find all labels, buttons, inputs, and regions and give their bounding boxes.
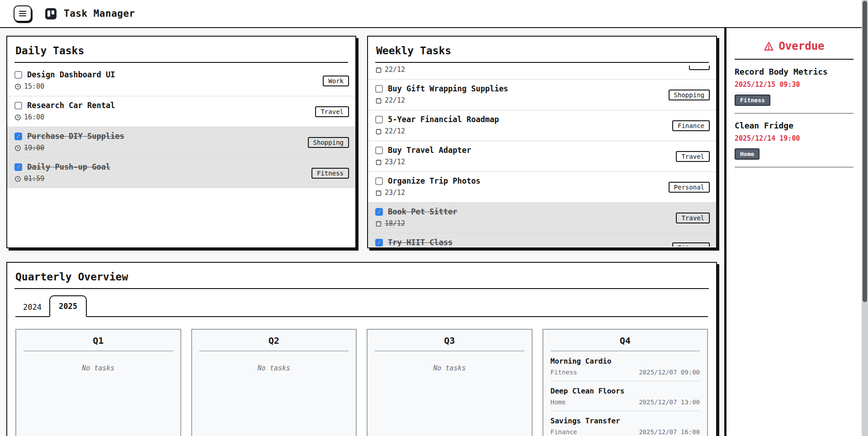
task-checkbox[interactable] [375, 208, 383, 216]
quarter-box-q2: Q2 No tasks [191, 329, 357, 436]
task-title: Try HIIT Class [388, 238, 453, 246]
category-badge: Home [735, 148, 760, 160]
tab-2024[interactable]: 2024 [15, 298, 49, 316]
clock-icon [14, 83, 21, 90]
daily-tasks-panel: Daily Tasks Design Dashboard UI 15:00 Wo… [6, 36, 356, 248]
task-date: 23/12 [385, 189, 405, 197]
calendar-icon [375, 97, 382, 104]
quarterly-overview-panel: Quarterly Overview 2024 2025 Q1 No tasks… [6, 262, 717, 436]
clock-icon [14, 145, 21, 152]
calendar-icon [375, 190, 382, 196]
quarter-label: Q3 [374, 330, 525, 351]
task-date: 22/12 [385, 96, 405, 104]
task-title: Research Car Rental [27, 101, 115, 110]
quarter-task: Deep Clean Floors Home 2025/12/07 13:00 [550, 381, 701, 411]
overdue-item: Record Body Metrics 2025/12/15 09:30 Fit… [735, 60, 854, 114]
task-checkbox[interactable] [375, 116, 383, 123]
task-date: 18/12 [385, 219, 405, 227]
category-badge: Finance [672, 120, 710, 131]
task-row: Research Car Rental 16:00 Travel [7, 96, 355, 127]
task-category: Home [551, 398, 566, 406]
clock-icon [14, 175, 21, 182]
divider [14, 288, 709, 289]
tab-2025[interactable]: 2025 [49, 295, 87, 317]
quarter-task: Savings Transfer Finance 2025/12/07 16:0… [550, 411, 701, 436]
task-time: 19:00 [24, 144, 44, 152]
menu-button[interactable] [14, 5, 32, 22]
task-title: Purchase DIY Supplies [27, 132, 124, 141]
weekly-tasks-panel: Weekly Tasks 22/12 [367, 36, 717, 248]
task-checkbox[interactable] [375, 177, 383, 185]
clock-icon [14, 114, 21, 121]
category-badge: Fitness [672, 242, 710, 246]
task-date: 22/12 [385, 127, 405, 135]
main-content: Daily Tasks Design Dashboard UI 15:00 Wo… [0, 28, 724, 436]
warning-triangle-icon [764, 41, 774, 52]
task-datetime: 2025/12/07 13:00 [639, 398, 700, 406]
task-row: 22/12 [368, 66, 716, 79]
task-row: Try HIIT Class Fitness [368, 233, 716, 246]
app-header: Task Manager [0, 0, 868, 28]
task-date: 23/12 [385, 158, 405, 166]
task-row: 5-Year Financial Roadmap 22/12 Finance [368, 110, 716, 141]
category-badge [689, 66, 710, 70]
task-title: Design Dashboard UI [27, 70, 115, 79]
page-scrollbar-track[interactable] [862, 0, 868, 436]
task-due-datetime: 2025/12/15 09:30 [735, 81, 854, 89]
task-title: Clean Fridge [735, 121, 854, 130]
weekly-task-list[interactable]: 22/12 Buy Gift Wrapping Supplies 22/12 [368, 66, 716, 246]
task-row: Design Dashboard UI 15:00 Work [7, 66, 355, 96]
quarter-label: Q2 [198, 330, 350, 351]
empty-state-text: No tasks [23, 364, 174, 372]
panel-title: Quarterly Overview [7, 263, 716, 288]
category-badge: Shopping [669, 90, 710, 100]
task-checkbox[interactable] [14, 102, 22, 109]
task-time: 16:00 [24, 113, 44, 121]
task-title: Organize Trip Photos [388, 176, 481, 185]
calendar-icon [375, 66, 382, 73]
task-datetime: 2025/12/07 09:00 [639, 369, 700, 376]
task-row: Purchase DIY Supplies 19:00 Shopping [7, 127, 355, 157]
task-title: 5-Year Financial Roadmap [388, 115, 499, 124]
task-title: Buy Gift Wrapping Supplies [388, 84, 508, 93]
task-datetime: 2025/12/07 16:00 [639, 428, 700, 436]
board-icon [45, 8, 57, 19]
task-category: Finance [551, 428, 577, 436]
task-date: 22/12 [385, 66, 405, 74]
daily-task-list: Design Dashboard UI 15:00 Work Research … [7, 66, 355, 188]
category-badge: Travel [315, 106, 349, 117]
category-badge: Travel [676, 151, 710, 162]
divider [375, 351, 524, 351]
task-time: 15:00 [24, 82, 44, 90]
divider [375, 62, 709, 63]
task-row: Book Pet Sitter 18/12 Travel [368, 202, 716, 233]
category-badge: Fitness [735, 95, 770, 106]
empty-state-text: No tasks [374, 364, 525, 372]
overdue-title: Overdue [778, 40, 824, 52]
task-checkbox[interactable] [375, 147, 383, 154]
calendar-icon [375, 128, 382, 135]
hamburger-icon [19, 10, 26, 17]
task-row: Organize Trip Photos 23/12 Personal [368, 171, 716, 202]
task-checkbox[interactable] [14, 71, 22, 79]
overdue-header: Overdue [726, 35, 862, 59]
task-checkbox[interactable] [375, 85, 383, 93]
task-checkbox[interactable] [375, 239, 383, 246]
category-badge: Travel [676, 213, 710, 223]
task-checkbox[interactable] [14, 133, 22, 140]
overdue-sidebar: Overdue Record Body Metrics 2025/12/15 0… [724, 28, 862, 436]
task-due-datetime: 2025/12/14 19:00 [735, 134, 854, 142]
overdue-item: Clean Fridge 2025/12/14 19:00 Home [735, 114, 854, 167]
task-checkbox[interactable] [14, 163, 22, 171]
task-row: Buy Travel Adapter 23/12 Travel [368, 141, 716, 171]
app-title: Task Manager [64, 8, 135, 19]
panel-title: Daily Tasks [7, 37, 355, 62]
task-title: Daily Push-up Goal [27, 162, 110, 171]
task-row: Buy Gift Wrapping Supplies 22/12 Shoppin… [368, 79, 716, 110]
task-time: 01:59 [24, 175, 44, 183]
quarter-box-q1: Q1 No tasks [15, 329, 181, 436]
quarter-task: Morning Cardio Fitness 2025/12/07 09:00 [550, 351, 701, 381]
empty-state-text: No tasks [198, 364, 350, 372]
page-scrollbar-thumb[interactable] [863, 1, 867, 302]
task-title: Buy Travel Adapter [388, 146, 471, 155]
